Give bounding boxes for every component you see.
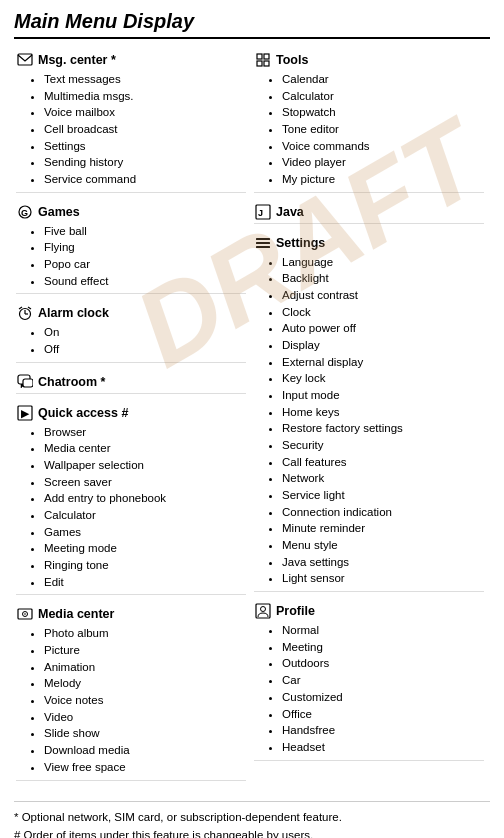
section-title-games: Games	[38, 205, 80, 219]
list-item: Outdoors	[282, 655, 484, 672]
list-item: Auto power off	[282, 320, 484, 337]
section-list-quick-access: BrowserMedia centerWallpaper selectionSc…	[16, 424, 246, 591]
section-header-alarm-clock: Alarm clock	[16, 304, 246, 322]
list-item: Add entry to phonebook	[44, 490, 246, 507]
list-item: Call features	[282, 454, 484, 471]
section-msg-center: Msg. center *Text messagesMultimedia msg…	[14, 47, 252, 199]
media-center-icon	[16, 605, 34, 623]
section-quick-access: ▶Quick access #BrowserMedia centerWallpa…	[14, 400, 252, 602]
list-item: External display	[282, 354, 484, 371]
list-item: Popo car	[44, 256, 246, 273]
list-item: Office	[282, 706, 484, 723]
list-item: On	[44, 324, 246, 341]
list-item: View free space	[44, 759, 246, 776]
list-item: Photo album	[44, 625, 246, 642]
list-item: Browser	[44, 424, 246, 441]
section-profile: ProfileNormalMeetingOutdoorsCarCustomize…	[252, 598, 490, 766]
list-item: My picture	[282, 171, 484, 188]
section-header-msg-center: Msg. center *	[16, 51, 246, 69]
svg-text:G: G	[21, 208, 28, 218]
games-icon: G	[16, 203, 34, 221]
list-item: Cell broadcast	[44, 121, 246, 138]
list-item: Java settings	[282, 554, 484, 571]
section-list-settings: LanguageBacklightAdjust contrastClockAut…	[254, 254, 484, 587]
section-header-profile: Profile	[254, 602, 484, 620]
list-item: Security	[282, 437, 484, 454]
list-item: Home keys	[282, 404, 484, 421]
section-title-media-center: Media center	[38, 607, 114, 621]
section-title-alarm-clock: Alarm clock	[38, 306, 109, 320]
list-item: Animation	[44, 659, 246, 676]
list-item: Meeting mode	[44, 540, 246, 557]
list-item: Service command	[44, 171, 246, 188]
list-item: Wallpaper selection	[44, 457, 246, 474]
list-item: Normal	[282, 622, 484, 639]
right-column: ToolsCalendarCalculatorStopwatchTone edi…	[252, 47, 490, 787]
list-item: Text messages	[44, 71, 246, 88]
svg-rect-23	[256, 246, 270, 248]
list-item: Calculator	[282, 88, 484, 105]
section-header-tools: Tools	[254, 51, 484, 69]
svg-rect-9	[23, 379, 33, 387]
svg-point-14	[24, 614, 26, 616]
section-java: JJava	[252, 199, 490, 230]
section-title-tools: Tools	[276, 53, 308, 67]
list-item: Flying	[44, 239, 246, 256]
list-item: Meeting	[282, 639, 484, 656]
section-title-java: Java	[276, 205, 304, 219]
list-item: Multimedia msgs.	[44, 88, 246, 105]
list-item: Download media	[44, 742, 246, 759]
list-item: Input mode	[282, 387, 484, 404]
svg-line-7	[28, 307, 31, 309]
list-item: Connection indication	[282, 504, 484, 521]
list-item: Voice commands	[282, 138, 484, 155]
quick-access-icon: ▶	[16, 404, 34, 422]
section-header-chatroom: Chatroom *	[16, 373, 246, 391]
section-list-msg-center: Text messagesMultimedia msgs.Voice mailb…	[16, 71, 246, 188]
list-item: Melody	[44, 675, 246, 692]
list-item: Games	[44, 524, 246, 541]
section-title-profile: Profile	[276, 604, 315, 618]
list-item: Key lock	[282, 370, 484, 387]
list-item: Media center	[44, 440, 246, 457]
list-item: Edit	[44, 574, 246, 591]
section-tools: ToolsCalendarCalculatorStopwatchTone edi…	[252, 47, 490, 199]
section-settings: SettingsLanguageBacklightAdjust contrast…	[252, 230, 490, 598]
section-chatroom: Chatroom *	[14, 369, 252, 400]
list-item: Ringing tone	[44, 557, 246, 574]
section-list-tools: CalendarCalculatorStopwatchTone editorVo…	[254, 71, 484, 188]
section-media-center: Media centerPhoto albumPictureAnimationM…	[14, 601, 252, 786]
list-item: Handsfree	[282, 722, 484, 739]
svg-line-6	[19, 307, 22, 309]
alarm-clock-icon	[16, 304, 34, 322]
svg-rect-15	[257, 54, 262, 59]
list-item: Video	[44, 709, 246, 726]
section-header-games: GGames	[16, 203, 246, 221]
section-header-media-center: Media center	[16, 605, 246, 623]
page-title: Main Menu Display	[14, 10, 490, 39]
svg-point-25	[261, 607, 266, 612]
list-item: Adjust contrast	[282, 287, 484, 304]
main-grid: Msg. center *Text messagesMultimedia msg…	[14, 47, 490, 787]
list-item: Slide show	[44, 725, 246, 742]
list-item: Minute reminder	[282, 520, 484, 537]
list-item: Voice mailbox	[44, 104, 246, 121]
chatroom-icon	[16, 373, 34, 391]
tools-icon	[254, 51, 272, 69]
list-item: Voice notes	[44, 692, 246, 709]
section-header-java: JJava	[254, 203, 484, 221]
svg-rect-17	[257, 61, 262, 66]
list-item: Sending history	[44, 154, 246, 171]
section-header-settings: Settings	[254, 234, 484, 252]
section-title-chatroom: Chatroom *	[38, 375, 105, 389]
svg-rect-18	[264, 61, 269, 66]
list-item: Stopwatch	[282, 104, 484, 121]
footnote: # Order of items under this feature is c…	[14, 826, 490, 838]
svg-rect-16	[264, 54, 269, 59]
list-item: Restore factory settings	[282, 420, 484, 437]
list-item: Off	[44, 341, 246, 358]
list-item: Light sensor	[282, 570, 484, 587]
java-icon: J	[254, 203, 272, 221]
list-item: Customized	[282, 689, 484, 706]
list-item: Calendar	[282, 71, 484, 88]
